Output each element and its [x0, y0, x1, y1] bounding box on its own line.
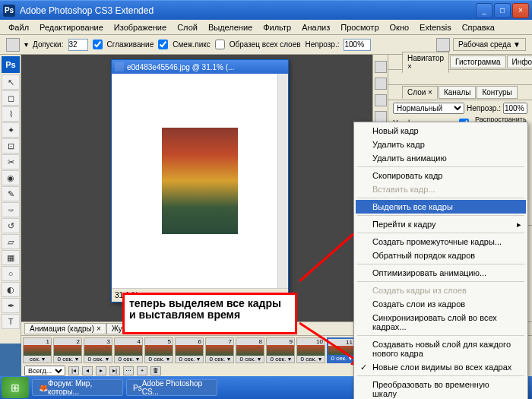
blur-tool[interactable]: ○ — [2, 266, 20, 281]
document-canvas[interactable] — [112, 74, 288, 288]
animation-frame[interactable]: 50 сек. ▾ — [144, 337, 173, 363]
animation-frame[interactable]: 60 сек. ▾ — [175, 337, 204, 363]
marquee-tool[interactable]: ◻ — [2, 90, 20, 106]
menu-item[interactable]: Выделить все кадры — [356, 200, 526, 214]
first-frame-button[interactable]: |◂ — [68, 366, 79, 375]
tab[interactable]: Анимация (кадры) × — [24, 323, 106, 334]
menu-редактирование[interactable]: Редактирование — [34, 21, 109, 33]
menu-extensis[interactable]: Extensis — [414, 21, 457, 33]
menu-item[interactable]: Удалить анимацию — [356, 151, 526, 165]
eraser-tool[interactable]: ▱ — [2, 234, 20, 249]
app-icon: Ps — [3, 5, 15, 17]
menu-item[interactable]: Создавать новый слой для каждого нового … — [356, 337, 526, 360]
vertical-scrollbar[interactable] — [277, 74, 288, 288]
loop-select[interactable]: Всегд... — [24, 366, 65, 376]
gradient-tool[interactable]: ▦ — [2, 250, 20, 265]
stamp-tool[interactable]: ⎃ — [2, 202, 20, 217]
animation-frame[interactable]: 70 сек. ▾ — [205, 337, 234, 363]
next-frame-button[interactable]: ▸| — [109, 366, 120, 375]
animation-frame[interactable]: 90 сек. ▾ — [266, 337, 295, 363]
play-button[interactable]: ▸ — [96, 366, 106, 375]
tween-button[interactable]: ⋯ — [123, 366, 134, 375]
contiguous-checkbox[interactable] — [158, 40, 168, 49]
menu-фильтр[interactable]: Фильтр — [258, 21, 296, 33]
animation-context-menu: Новый кадрУдалить кадрУдалить анимациюСк… — [353, 122, 528, 399]
menu-item[interactable]: Синхронизировать слой во всех кадрах... — [356, 311, 526, 334]
animation-frame[interactable]: 110 сек. ▾ — [327, 337, 356, 363]
animation-frame[interactable]: 20 сек. ▾ — [53, 337, 82, 363]
start-button[interactable]: ⊞ — [2, 377, 29, 398]
menu-item[interactable]: Преобразовать во временную шкалу — [356, 378, 526, 399]
all-layers-checkbox[interactable] — [215, 40, 225, 49]
taskbar-item[interactable]: Ps Adobe Photoshop CS... — [126, 379, 217, 396]
tab[interactable]: Навигатор × — [402, 52, 449, 73]
menu-item[interactable]: Новый кадр — [356, 124, 526, 138]
magic-wand-icon — [6, 38, 20, 52]
go-bridge-icon[interactable] — [436, 38, 450, 52]
menu-просмотр[interactable]: Просмотр — [335, 21, 384, 33]
lasso-tool[interactable]: ⌇ — [2, 106, 20, 122]
tab[interactable]: Инфо — [507, 55, 532, 68]
menu-item[interactable]: Обратный порядок кадров — [356, 249, 526, 262]
type-tool[interactable]: T — [2, 314, 20, 329]
minimize-button[interactable]: _ — [476, 3, 492, 18]
menu-item: Вставить кадр... — [356, 182, 526, 196]
tab[interactable]: Слои × — [402, 86, 438, 99]
strip-icon[interactable] — [375, 78, 387, 90]
opacity-input[interactable] — [344, 39, 371, 51]
canvas-area: e0d483e45546.jpg @ 31.1% (... 31,1 % теп… — [21, 55, 372, 344]
maximize-button[interactable]: □ — [494, 3, 511, 18]
app-title: Adobe Photoshop CS3 Extended — [20, 5, 476, 16]
taskbar-item[interactable]: 🦊 Форум: Мир, которы... — [32, 379, 123, 396]
pen-tool[interactable]: ✒ — [2, 298, 20, 313]
animation-frame[interactable]: 100 сек. ▾ — [296, 337, 325, 363]
document-window[interactable]: e0d483e45546.jpg @ 31.1% (... 31,1 % — [111, 59, 289, 302]
history-brush-tool[interactable]: ↺ — [2, 218, 20, 233]
tab[interactable]: Гистограмма — [450, 55, 506, 68]
tolerance-input[interactable] — [68, 39, 88, 51]
animation-frame[interactable]: 80 сек. ▾ — [236, 337, 264, 363]
menu-item[interactable]: Оптимизировать анимацию... — [356, 266, 526, 280]
menu-item[interactable]: Создать промежуточные кадры... — [356, 235, 526, 249]
strip-icon[interactable] — [375, 94, 387, 106]
heal-tool[interactable]: ◉ — [2, 170, 20, 185]
document-title: e0d483e45546.jpg @ 31.1% (... — [127, 63, 234, 71]
menu-item[interactable]: Создать слои из кадров — [356, 297, 526, 311]
blend-mode-select[interactable]: Нормальный — [393, 103, 464, 114]
menu-файл[interactable]: Файл — [3, 21, 34, 33]
prev-frame-button[interactable]: ◂ — [82, 366, 93, 375]
ps-logo: Ps — [2, 56, 20, 73]
tab[interactable]: Каналы — [439, 86, 477, 99]
close-button[interactable]: × — [512, 3, 529, 18]
menu-выделение[interactable]: Выделение — [203, 21, 258, 33]
menu-item[interactable]: Перейти к кадру — [356, 217, 526, 231]
layer-opacity-input[interactable] — [503, 103, 527, 114]
crop-tool[interactable]: ⊡ — [2, 138, 20, 154]
menubar: ФайлРедактированиеИзображениеСлойВыделен… — [0, 20, 532, 35]
dodge-tool[interactable]: ◐ — [2, 282, 20, 297]
antialias-checkbox[interactable] — [93, 40, 103, 49]
tab[interactable]: Контуры — [477, 86, 517, 99]
menu-справка[interactable]: Справка — [457, 21, 500, 33]
workspace-button[interactable]: Рабочая среда ▼ — [453, 38, 526, 51]
wand-tool[interactable]: ✦ — [2, 122, 20, 138]
animation-frame[interactable]: 1сек. ▾ — [23, 337, 52, 363]
animation-frame[interactable]: 40 сек. ▾ — [114, 337, 143, 363]
menu-анализ[interactable]: Анализ — [296, 21, 335, 33]
menu-item[interactable]: Новые слои видимы во всех кадрах — [356, 360, 526, 374]
menu-изображение[interactable]: Изображение — [109, 21, 172, 33]
menu-окно[interactable]: Окно — [385, 21, 415, 33]
delete-frame-button[interactable]: 🗑 — [150, 366, 161, 375]
slice-tool[interactable]: ✂ — [2, 154, 20, 169]
document-titlebar[interactable]: e0d483e45546.jpg @ 31.1% (... — [112, 60, 288, 74]
move-tool[interactable]: ↖ — [2, 74, 20, 90]
menu-item[interactable]: Удалить кадр — [356, 138, 526, 151]
new-frame-button[interactable]: + — [137, 366, 147, 375]
menu-item: Создать кадры из слоев — [356, 283, 526, 297]
brush-tool[interactable]: ✎ — [2, 186, 20, 201]
menu-слой[interactable]: Слой — [172, 21, 203, 33]
menu-item[interactable]: Скопировать кадр — [356, 169, 526, 182]
animation-frame[interactable]: 30 сек. ▾ — [84, 337, 112, 363]
strip-icon[interactable] — [375, 61, 387, 73]
toolbox: Ps ↖ ◻ ⌇ ✦ ⊡ ✂ ◉ ✎ ⎃ ↺ ▱ ▦ ○ ◐ ✒ T — [0, 55, 21, 344]
